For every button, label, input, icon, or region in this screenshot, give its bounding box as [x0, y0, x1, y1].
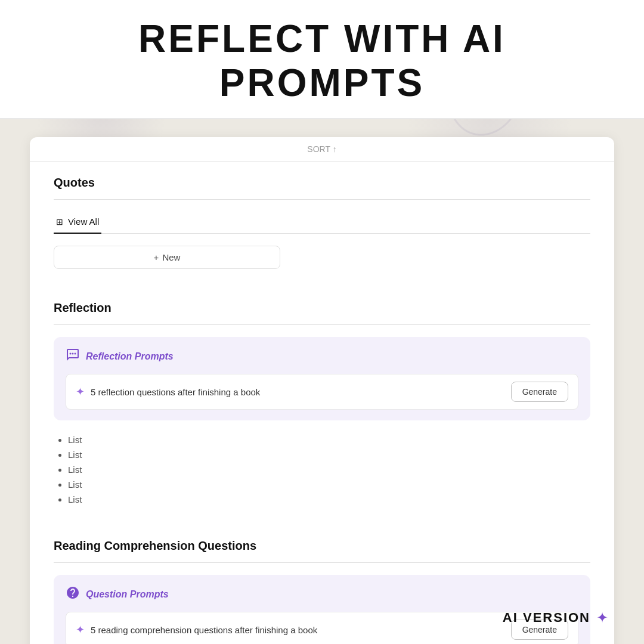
- new-button-label: New: [162, 252, 180, 262]
- grid-icon: ⊞: [56, 217, 63, 227]
- reading-comprehension-section: Reading Comprehension Questions Question…: [30, 525, 614, 644]
- reflection-prompt-text: 5 reflection questions after finishing a…: [91, 387, 505, 397]
- card-top-bar: SORT ↑: [30, 137, 614, 162]
- sparkle-icon-question: ✦: [76, 623, 85, 636]
- new-button[interactable]: + New: [54, 246, 280, 269]
- svg-point-2: [75, 353, 76, 355]
- reflection-prompt-title: Reflection Prompts: [86, 351, 174, 362]
- new-button-row: + New: [54, 246, 590, 269]
- reflection-prompt-header: Reflection Prompts: [66, 348, 578, 366]
- reading-divider: [54, 562, 590, 563]
- question-icon: [66, 586, 80, 603]
- reflection-prompt-card: Reflection Prompts ✦ 5 reflection questi…: [54, 337, 590, 420]
- svg-point-1: [72, 353, 74, 355]
- list-item: List: [68, 432, 590, 447]
- plus-icon: +: [154, 252, 159, 262]
- reflection-title: Reflection: [54, 301, 590, 315]
- question-prompt-header: Question Prompts: [66, 586, 578, 603]
- list-item: List: [68, 492, 590, 507]
- question-prompt-title: Question Prompts: [86, 589, 169, 600]
- list-item: List: [68, 477, 590, 492]
- main-card: SORT ↑ Quotes ⊞ View All + New: [30, 137, 614, 644]
- quotes-divider: [54, 199, 590, 200]
- reflection-section: Reflection Reflection Prompts: [30, 287, 614, 507]
- reflection-generate-button[interactable]: Generate: [511, 382, 568, 402]
- page-title: REFLECT WITH AI PROMPTS: [36, 17, 608, 105]
- tabs-row: ⊞ View All: [54, 212, 590, 234]
- header-banner: REFLECT WITH AI PROMPTS: [0, 0, 644, 119]
- tab-view-all[interactable]: ⊞ View All: [54, 212, 101, 234]
- footer-sparkle-icon: ✦: [596, 609, 608, 626]
- reflection-list: List List List List List: [54, 432, 590, 507]
- main-container: SORT ↑ Quotes ⊞ View All + New: [0, 119, 644, 644]
- sort-label: SORT ↑: [307, 144, 336, 154]
- svg-point-0: [70, 353, 72, 355]
- list-item: List: [68, 447, 590, 462]
- reflection-divider: [54, 324, 590, 325]
- reflection-chat-icon: [66, 348, 80, 366]
- list-item: List: [68, 462, 590, 477]
- quotes-section: Quotes ⊞ View All + New: [30, 162, 614, 269]
- ai-version-label: AI VERSION: [503, 610, 590, 626]
- question-prompt-row: ✦ 5 reading comprehension questions afte…: [66, 612, 578, 644]
- sparkle-icon-reflection: ✦: [76, 385, 85, 398]
- question-prompt-text: 5 reading comprehension questions after …: [91, 625, 505, 635]
- reflection-prompt-row: ✦ 5 reflection questions after finishing…: [66, 374, 578, 410]
- reading-comprehension-title: Reading Comprehension Questions: [54, 539, 590, 553]
- quotes-title: Quotes: [54, 176, 590, 190]
- tab-view-all-label: View All: [68, 216, 99, 227]
- footer-bar: AI VERSION ✦: [503, 609, 608, 626]
